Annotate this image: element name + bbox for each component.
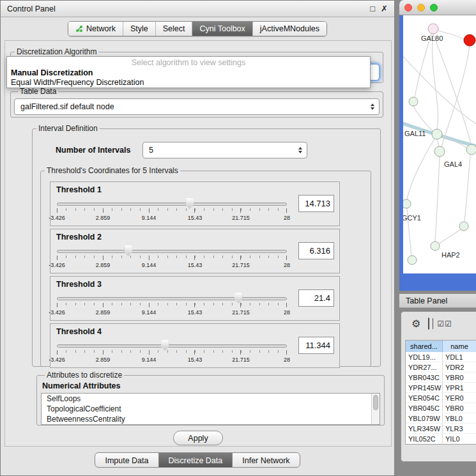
scrollbar[interactable]	[371, 394, 380, 424]
number-of-intervals-label: Number of Intervals	[56, 146, 130, 155]
threshold-4-slider[interactable]: -3.426 2.859 9.144 15.43 21.715 28	[57, 339, 287, 366]
slider-thumb[interactable]	[124, 245, 132, 256]
table-row[interactable]: YDR27...YDR2	[406, 362, 476, 372]
apply-button[interactable]: Apply	[173, 431, 223, 445]
network-node[interactable]	[409, 97, 418, 106]
highlighted-network-node[interactable]	[464, 35, 475, 46]
columns-icon[interactable]	[428, 318, 429, 330]
tab-jactivemnodules[interactable]: jActiveMNodules	[252, 22, 326, 36]
node-label-gal4: GAL4	[444, 160, 462, 168]
list-item-betweennesscentrality[interactable]: BetweennessCentrality	[42, 414, 380, 424]
tick-label: 15.43	[188, 262, 203, 268]
slider-major-ticks	[57, 303, 287, 307]
threshold-4-panel: Threshold 4 -3.426 2.859 9.144 15.43 21.…	[50, 323, 340, 368]
tab-select[interactable]: Select	[155, 22, 192, 36]
tick-label: 21.715	[232, 357, 250, 363]
tab-infer-network[interactable]: Infer Network	[232, 452, 300, 468]
slider-thumb[interactable]	[185, 198, 194, 209]
threshold-3-value-field[interactable]: 21.4	[298, 289, 334, 307]
group-title-discretization-algorithm: Discretization Algorithm	[15, 47, 98, 56]
tick-label: 2.859	[96, 309, 111, 316]
panel-content: Discretization Algorithm Select algorith…	[4, 40, 392, 447]
scrollbar-thumb[interactable]	[373, 395, 378, 410]
threshold-2-panel: Threshold 2 -3.426 2.859 9.144 15.43 21.…	[50, 229, 340, 273]
close-window-icon[interactable]: ✗	[381, 4, 388, 13]
threshold-1-slider[interactable]: -3.426 2.859 9.144 15.43 21.715 28	[57, 197, 287, 224]
slider-track[interactable]	[57, 297, 287, 300]
table-data-select[interactable]: galFiltered.sif default node	[14, 98, 380, 115]
network-node[interactable]	[459, 222, 468, 231]
group-title-attributes: Attributes to discretize	[45, 371, 124, 380]
slider-track[interactable]	[57, 344, 287, 348]
number-of-intervals-select[interactable]: 5	[142, 142, 307, 158]
zoom-traffic-light[interactable]	[430, 4, 438, 12]
column-header-name[interactable]: name	[443, 341, 476, 352]
list-item-selfloops[interactable]: SelfLoops	[42, 394, 380, 404]
close-traffic-light[interactable]	[404, 4, 412, 12]
table-row[interactable]: YLR345WYLR3	[406, 424, 476, 434]
network-node[interactable]	[466, 144, 476, 155]
tab-label: Style	[130, 24, 148, 33]
threshold-2-slider[interactable]: -3.426 2.859 9.144 15.43 21.715 28	[57, 245, 287, 272]
tab-impute-data[interactable]: Impute Data	[95, 452, 158, 468]
tab-cyni-toolbox[interactable]: Cyni Toolbox	[192, 22, 252, 36]
threshold-3-slider[interactable]: -3.426 2.859 9.144 15.43 21.715 28	[57, 292, 287, 319]
network-node[interactable]	[408, 256, 417, 265]
slider-track[interactable]	[57, 250, 287, 253]
dropdown-hint: Select algorithm to view settings	[7, 57, 370, 68]
network-canvas[interactable]: GAL80 GAL11 GAL4 GCY1 HAP2	[403, 15, 476, 273]
network-window-titlebar[interactable]	[399, 0, 476, 15]
table-data-selected-value: galFiltered.sif default node	[20, 102, 114, 111]
tick-label: 28	[284, 309, 290, 316]
network-node[interactable]	[431, 242, 440, 250]
slider-thumb[interactable]	[161, 340, 169, 351]
node-label-hap2: HAP2	[441, 251, 460, 259]
table-row[interactable]: YPR145WYPR1	[406, 383, 476, 393]
network-node[interactable]	[403, 199, 411, 208]
column-header-shared-name[interactable]: shared...	[406, 341, 443, 352]
table-header-row: shared... name	[406, 341, 476, 352]
slider-tick-labels: -3.426 2.859 9.144 15.43 21.715 28	[57, 262, 287, 270]
tick-label: 28	[284, 262, 290, 268]
slider-thumb[interactable]	[234, 293, 243, 303]
slider-tick-labels: -3.426 2.859 9.144 15.43 21.715 28	[57, 357, 287, 364]
network-node[interactable]	[432, 129, 442, 139]
dropdown-option-manual-discretization[interactable]: Manual Discretization	[7, 68, 370, 78]
combo-arrows-icon	[371, 104, 374, 110]
node-label-gal80: GAL80	[421, 35, 443, 42]
table-toolbar: ⚙ ☑☑	[401, 312, 476, 336]
tick-label: 21.715	[232, 262, 250, 268]
tab-label: Cyni Toolbox	[199, 24, 245, 33]
network-node[interactable]	[428, 24, 438, 34]
table-panel-title: Table Panel	[406, 296, 447, 305]
group-title-table-data: Table Data	[18, 87, 58, 96]
window-title: Control Panel	[7, 4, 56, 13]
slider-major-ticks	[57, 350, 287, 355]
table-row[interactable]: YBR043CYBR0	[406, 372, 476, 383]
threshold-1-value-field[interactable]: 14.713	[298, 195, 334, 212]
threshold-3-panel: Threshold 3 -3.426 2.859 9.144 15.43 21.…	[50, 276, 340, 321]
tab-label: Select	[163, 24, 185, 33]
minimize-traffic-light[interactable]	[417, 4, 425, 12]
slider-track[interactable]	[57, 203, 287, 206]
table-row[interactable]: YDL19...YDL1	[406, 352, 476, 362]
tab-discretize-data[interactable]: Discretize Data	[158, 452, 233, 468]
column-checkboxes-icon[interactable]: ☑☑	[437, 319, 452, 328]
node-label-gal11: GAL11	[404, 130, 426, 137]
tick-label: 2.859	[96, 215, 111, 221]
tick-label: 9.144	[142, 215, 157, 221]
table-row[interactable]: YBR045CYBR0	[406, 403, 476, 413]
tab-network[interactable]: Network	[68, 22, 123, 36]
tab-style[interactable]: Style	[123, 22, 155, 36]
dropdown-option-equal-width-frequency[interactable]: Equal Width/Frequency Discretization	[7, 78, 370, 88]
network-node[interactable]	[434, 146, 445, 157]
network-node-labels: GAL80 GAL11 GAL4 GCY1 HAP2	[403, 35, 462, 259]
float-window-icon[interactable]: □	[370, 4, 375, 13]
table-row[interactable]: YBL079WYBL0	[406, 413, 476, 424]
list-item-topologicalcoefficient[interactable]: TopologicalCoefficient	[42, 404, 380, 414]
gear-icon[interactable]: ⚙	[411, 319, 420, 329]
table-row[interactable]: YER054CYER0	[406, 393, 476, 403]
threshold-4-value-field[interactable]: 11.344	[298, 337, 334, 354]
table-row[interactable]: YIL052CYIL0	[406, 434, 476, 444]
threshold-2-value-field[interactable]: 6.316	[298, 242, 334, 259]
